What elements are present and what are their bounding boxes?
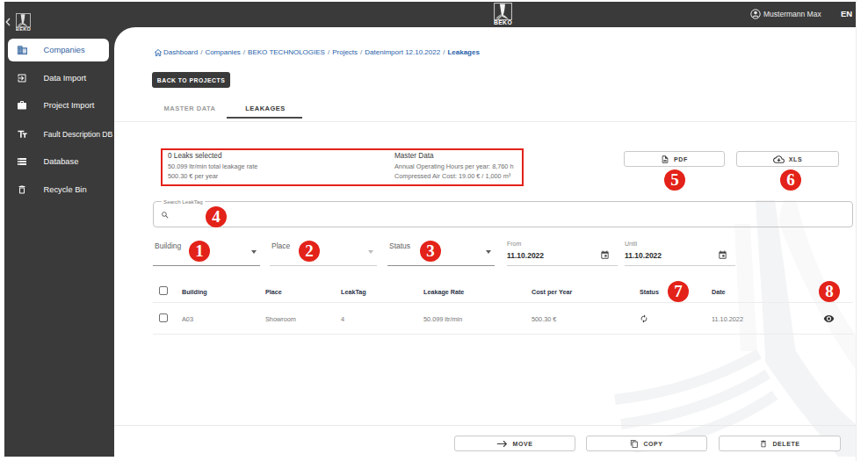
svg-text:BEKO: BEKO: [16, 26, 31, 32]
svg-text:BEKO: BEKO: [494, 19, 512, 25]
